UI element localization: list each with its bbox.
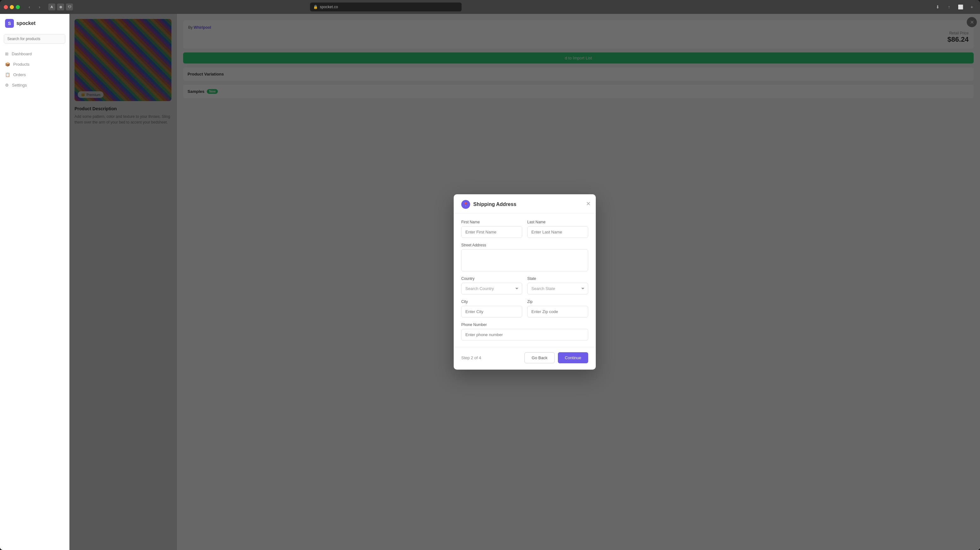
zip-input[interactable] bbox=[527, 306, 588, 317]
sidebar-search-container bbox=[0, 34, 69, 49]
sidebar-search-input[interactable] bbox=[4, 34, 65, 44]
zip-group: Zip bbox=[527, 300, 588, 317]
city-zip-row: City Zip bbox=[461, 300, 588, 317]
state-select[interactable]: Search State bbox=[527, 283, 588, 295]
download-button[interactable]: ⬇ bbox=[933, 3, 942, 11]
lock-icon: 🔒 bbox=[313, 5, 318, 9]
toolbar-actions: ⬇ ↑ ⬜ + bbox=[933, 3, 976, 11]
phone-input[interactable] bbox=[461, 329, 588, 341]
state-label: State bbox=[527, 276, 588, 281]
maximize-traffic-light[interactable] bbox=[16, 5, 20, 9]
last-name-input[interactable] bbox=[527, 226, 588, 238]
first-name-input[interactable] bbox=[461, 226, 522, 238]
city-group: City bbox=[461, 300, 522, 317]
traffic-lights bbox=[4, 5, 20, 9]
sidebar: S spocket ⊞ Dashboard 📦 Products 📋 Order… bbox=[0, 14, 70, 550]
sidebar-item-label: Dashboard bbox=[12, 51, 32, 56]
go-back-button[interactable]: Go Back bbox=[524, 352, 555, 363]
logo-text: spocket bbox=[16, 21, 35, 26]
sidebar-logo: S spocket bbox=[0, 19, 69, 34]
sidebar-item-label: Orders bbox=[13, 72, 26, 77]
phone-label: Phone Number bbox=[461, 322, 588, 327]
ext-icon-3[interactable]: 🛡 bbox=[66, 3, 73, 10]
main-content: 👑 Premium Product Description Add some p… bbox=[70, 14, 980, 550]
sidebar-item-label: Settings bbox=[12, 83, 27, 88]
forward-nav-button[interactable]: › bbox=[35, 3, 44, 11]
zip-label: Zip bbox=[527, 300, 588, 304]
browser-window: ‹ › A ⊕ 🛡 🔒 spocket.co ⬇ ↑ ⬜ + S spocket bbox=[0, 0, 980, 550]
phone-group: Phone Number bbox=[461, 322, 588, 341]
sidebar-item-label: Products bbox=[13, 62, 29, 67]
url-text: spocket.co bbox=[320, 5, 338, 9]
street-address-group: Street Address bbox=[461, 243, 588, 271]
share-button[interactable]: ↑ bbox=[945, 3, 953, 11]
modal-overlay: 📍 Shipping Address ✕ First Name bbox=[70, 14, 980, 550]
modal-close-button[interactable]: ✕ bbox=[586, 201, 591, 207]
step-indicator: Step 2 of 4 bbox=[461, 356, 481, 360]
sidebar-item-products[interactable]: 📦 Products bbox=[0, 59, 69, 70]
box-icon: 📦 bbox=[5, 62, 10, 67]
city-label: City bbox=[461, 300, 522, 304]
ext-icon-1[interactable]: A bbox=[48, 3, 55, 10]
address-bar[interactable]: 🔒 spocket.co bbox=[310, 3, 461, 11]
state-group: State Search State bbox=[527, 276, 588, 295]
go-back-label: Go Back bbox=[532, 356, 547, 360]
continue-button[interactable]: Continue bbox=[558, 352, 588, 363]
modal-header: 📍 Shipping Address ✕ bbox=[454, 194, 596, 214]
country-state-row: Country Search Country State Search Stat… bbox=[461, 276, 588, 295]
shipping-address-modal: 📍 Shipping Address ✕ First Name bbox=[454, 194, 596, 370]
name-row: First Name Last Name bbox=[461, 220, 588, 238]
last-name-label: Last Name bbox=[527, 220, 588, 224]
nav-buttons: ‹ › bbox=[25, 3, 44, 11]
shipping-icon: 📍 bbox=[461, 200, 470, 209]
sidebar-item-orders[interactable]: 📋 Orders bbox=[0, 70, 69, 80]
last-name-group: Last Name bbox=[527, 220, 588, 238]
browser-content: S spocket ⊞ Dashboard 📦 Products 📋 Order… bbox=[0, 14, 980, 550]
sidebar-item-settings[interactable]: ⚙ Settings bbox=[0, 80, 69, 90]
gear-icon: ⚙ bbox=[5, 83, 9, 88]
page-background: S spocket ⊞ Dashboard 📦 Products 📋 Order… bbox=[0, 14, 980, 550]
modal-body: First Name Last Name Street Add bbox=[454, 214, 596, 347]
street-label: Street Address bbox=[461, 243, 588, 247]
minimize-traffic-light[interactable] bbox=[10, 5, 14, 9]
list-icon: 📋 bbox=[5, 72, 10, 77]
close-traffic-light[interactable] bbox=[4, 5, 8, 9]
logo-icon: S bbox=[5, 19, 14, 28]
first-name-label: First Name bbox=[461, 220, 522, 224]
tabs-button[interactable]: ⬜ bbox=[956, 3, 965, 11]
continue-label: Continue bbox=[565, 356, 581, 360]
grid-icon: ⊞ bbox=[5, 51, 8, 56]
new-tab-button[interactable]: + bbox=[967, 3, 976, 11]
street-address-input[interactable] bbox=[461, 249, 588, 271]
ext-icon-2[interactable]: ⊕ bbox=[57, 3, 64, 10]
country-group: Country Search Country bbox=[461, 276, 522, 295]
modal-footer: Step 2 of 4 Go Back Continue bbox=[454, 347, 596, 370]
browser-titlebar: ‹ › A ⊕ 🛡 🔒 spocket.co ⬇ ↑ ⬜ + bbox=[0, 0, 980, 14]
country-label: Country bbox=[461, 276, 522, 281]
footer-buttons: Go Back Continue bbox=[524, 352, 588, 363]
modal-title: Shipping Address bbox=[473, 202, 516, 207]
country-select[interactable]: Search Country bbox=[461, 283, 522, 295]
extension-icons: A ⊕ 🛡 bbox=[48, 3, 73, 10]
sidebar-item-dashboard[interactable]: ⊞ Dashboard bbox=[0, 49, 69, 59]
city-input[interactable] bbox=[461, 306, 522, 317]
back-nav-button[interactable]: ‹ bbox=[25, 3, 34, 11]
first-name-group: First Name bbox=[461, 220, 522, 238]
